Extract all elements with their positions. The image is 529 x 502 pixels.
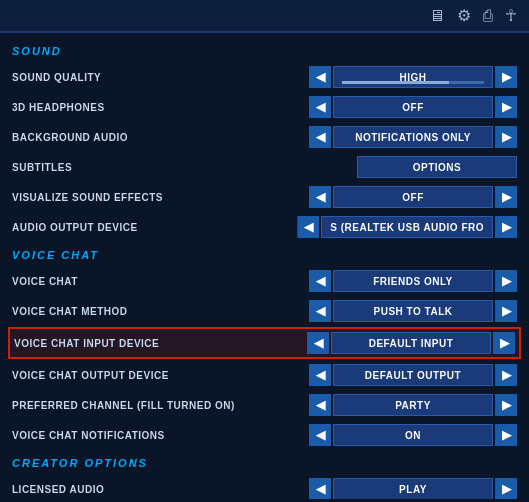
setting-control-audio-output: ◀S (REALTEK USB AUDIO FRO▶ (297, 216, 517, 238)
sound-quality-value: HIGH (333, 66, 493, 88)
setting-label-sound-quality: SOUND QUALITY (12, 72, 309, 83)
setting-control-voice-chat-notifs: ◀ON▶ (309, 424, 517, 446)
setting-row-licensed-audio: LICENSED AUDIO◀PLAY▶ (8, 475, 521, 499)
setting-row-audio-output: AUDIO OUTPUT DEVICE◀S (REALTEK USB AUDIO… (8, 213, 521, 241)
setting-label-voice-chat-output: VOICE CHAT OUTPUT DEVICE (12, 370, 309, 381)
preferred-channel-value: PARTY (333, 394, 493, 416)
3d-headphones-arrow-left[interactable]: ◀ (309, 96, 331, 118)
licensed-audio-arrow-left[interactable]: ◀ (309, 478, 331, 499)
setting-control-background-audio: ◀NOTIFICATIONS ONLY▶ (309, 126, 517, 148)
setting-label-audio-output: AUDIO OUTPUT DEVICE (12, 222, 297, 233)
setting-control-preferred-channel: ◀PARTY▶ (309, 394, 517, 416)
top-icons: 🖥 ⚙ ⎙ ☥ (429, 6, 517, 25)
voice-chat-value: FRIENDS ONLY (333, 270, 493, 292)
preferred-channel-arrow-right[interactable]: ▶ (495, 394, 517, 416)
setting-row-preferred-channel: PREFERRED CHANNEL (FILL TURNED ON)◀PARTY… (8, 391, 521, 419)
licensed-audio-value: PLAY (333, 478, 493, 499)
setting-label-subtitles: SUBTITLES (12, 162, 357, 173)
voice-chat-output-arrow-right[interactable]: ▶ (495, 364, 517, 386)
subtitles-value[interactable]: OPTIONS (357, 156, 517, 178)
sound-quality-arrow-left[interactable]: ◀ (309, 66, 331, 88)
audio-output-value: S (REALTEK USB AUDIO FRO (321, 216, 493, 238)
voice-chat-arrow-right[interactable]: ▶ (495, 270, 517, 292)
background-audio-arrow-left[interactable]: ◀ (309, 126, 331, 148)
setting-label-voice-chat-notifs: VOICE CHAT NOTIFICATIONS (12, 430, 309, 441)
sound-quality-arrow-right[interactable]: ▶ (495, 66, 517, 88)
voice-chat-input-arrow-left[interactable]: ◀ (307, 332, 329, 354)
voice-chat-input-arrow-right[interactable]: ▶ (493, 332, 515, 354)
background-audio-value: NOTIFICATIONS ONLY (333, 126, 493, 148)
voice-chat-notifs-arrow-left[interactable]: ◀ (309, 424, 331, 446)
setting-label-voice-chat: VOICE CHAT (12, 276, 309, 287)
voice-chat-notifs-arrow-right[interactable]: ▶ (495, 424, 517, 446)
section-header-voice-chat: VOICE CHAT (8, 243, 521, 265)
cursor-icon[interactable]: ☥ (505, 6, 517, 25)
setting-row-visualize-sound: VISUALIZE SOUND EFFECTS◀OFF▶ (8, 183, 521, 211)
visualize-sound-value: OFF (333, 186, 493, 208)
content: SOUNDSOUND QUALITY◀HIGH▶3D HEADPHONES◀OF… (0, 33, 529, 499)
setting-row-subtitles: SUBTITLESOPTIONS (8, 153, 521, 181)
setting-row-3d-headphones: 3D HEADPHONES◀OFF▶ (8, 93, 521, 121)
audio-output-arrow-left[interactable]: ◀ (297, 216, 319, 238)
voice-chat-method-arrow-left[interactable]: ◀ (309, 300, 331, 322)
voice-chat-method-value: PUSH TO TALK (333, 300, 493, 322)
setting-label-voice-chat-input: VOICE CHAT INPUT DEVICE (14, 338, 307, 349)
3d-headphones-arrow-right[interactable]: ▶ (495, 96, 517, 118)
setting-label-preferred-channel: PREFERRED CHANNEL (FILL TURNED ON) (12, 400, 309, 411)
setting-label-background-audio: BACKGROUND AUDIO (12, 132, 309, 143)
monitor-icon[interactable]: 🖥 (429, 7, 445, 25)
setting-label-visualize-sound: VISUALIZE SOUND EFFECTS (12, 192, 309, 203)
voice-chat-arrow-left[interactable]: ◀ (309, 270, 331, 292)
gear-icon[interactable]: ⚙ (457, 6, 471, 25)
setting-row-sound-quality: SOUND QUALITY◀HIGH▶ (8, 63, 521, 91)
setting-control-visualize-sound: ◀OFF▶ (309, 186, 517, 208)
preferred-channel-arrow-left[interactable]: ◀ (309, 394, 331, 416)
section-header-sound: SOUND (8, 39, 521, 61)
setting-row-voice-chat: VOICE CHAT◀FRIENDS ONLY▶ (8, 267, 521, 295)
setting-control-voice-chat-method: ◀PUSH TO TALK▶ (309, 300, 517, 322)
layout-icon[interactable]: ⎙ (483, 7, 493, 25)
audio-output-arrow-right[interactable]: ▶ (495, 216, 517, 238)
voice-chat-notifs-value: ON (333, 424, 493, 446)
visualize-sound-arrow-left[interactable]: ◀ (309, 186, 331, 208)
setting-row-voice-chat-notifs: VOICE CHAT NOTIFICATIONS◀ON▶ (8, 421, 521, 449)
setting-row-voice-chat-output: VOICE CHAT OUTPUT DEVICE◀DEFAULT OUTPUT▶ (8, 361, 521, 389)
setting-control-sound-quality: ◀HIGH▶ (309, 66, 517, 88)
setting-label-licensed-audio: LICENSED AUDIO (12, 484, 309, 495)
visualize-sound-arrow-right[interactable]: ▶ (495, 186, 517, 208)
setting-control-licensed-audio: ◀PLAY▶ (309, 478, 517, 499)
setting-row-voice-chat-input: VOICE CHAT INPUT DEVICE◀DEFAULT INPUT▶ (8, 327, 521, 359)
voice-chat-method-arrow-right[interactable]: ▶ (495, 300, 517, 322)
setting-control-voice-chat-output: ◀DEFAULT OUTPUT▶ (309, 364, 517, 386)
setting-control-voice-chat-input: ◀DEFAULT INPUT▶ (307, 332, 515, 354)
voice-chat-output-value: DEFAULT OUTPUT (333, 364, 493, 386)
setting-control-voice-chat: ◀FRIENDS ONLY▶ (309, 270, 517, 292)
setting-label-voice-chat-method: VOICE CHAT METHOD (12, 306, 309, 317)
setting-label-3d-headphones: 3D HEADPHONES (12, 102, 309, 113)
setting-row-voice-chat-method: VOICE CHAT METHOD◀PUSH TO TALK▶ (8, 297, 521, 325)
setting-control-subtitles: OPTIONS (357, 156, 517, 178)
section-header-creator-options: CREATOR OPTIONS (8, 451, 521, 473)
top-bar: 🖥 ⚙ ⎙ ☥ (0, 0, 529, 33)
3d-headphones-value: OFF (333, 96, 493, 118)
licensed-audio-arrow-right[interactable]: ▶ (495, 478, 517, 499)
voice-chat-input-value: DEFAULT INPUT (331, 332, 491, 354)
setting-row-background-audio: BACKGROUND AUDIO◀NOTIFICATIONS ONLY▶ (8, 123, 521, 151)
setting-control-3d-headphones: ◀OFF▶ (309, 96, 517, 118)
voice-chat-output-arrow-left[interactable]: ◀ (309, 364, 331, 386)
background-audio-arrow-right[interactable]: ▶ (495, 126, 517, 148)
